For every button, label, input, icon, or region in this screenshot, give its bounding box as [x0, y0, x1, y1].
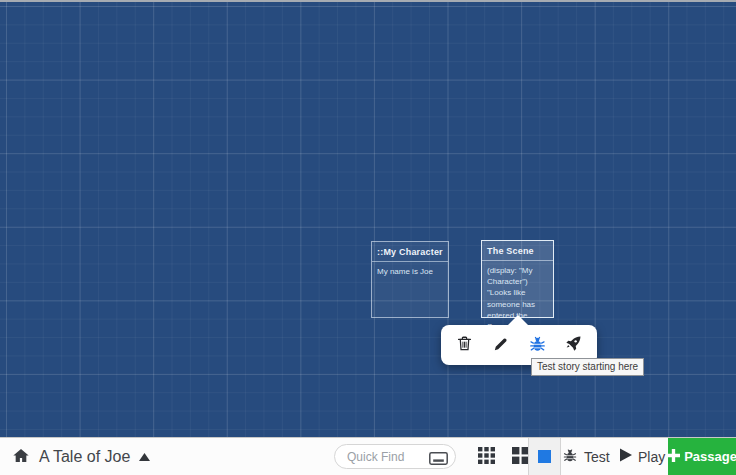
play-button[interactable]: Play: [620, 438, 665, 475]
edit-passage-button[interactable]: [488, 332, 514, 358]
delete-passage-button[interactable]: [451, 332, 477, 358]
bug-icon: [528, 334, 547, 356]
new-passage-label: Passage: [684, 449, 736, 464]
new-passage-button[interactable]: Passage: [668, 438, 736, 475]
story-canvas[interactable]: ::My Character My name is Joe The Scene …: [0, 0, 736, 437]
window-top-edge: [0, 0, 736, 2]
start-story-here-button[interactable]: [561, 332, 587, 358]
bug-icon: [562, 447, 578, 466]
passage-excerpt: My name is Joe: [372, 262, 448, 281]
rocket-icon: [564, 334, 583, 356]
story-menu-button[interactable]: A Tale of Joe: [12, 438, 150, 475]
trash-icon: [455, 334, 474, 356]
passage-card-the-scene[interactable]: The Scene (display: "My Character") "Loo…: [481, 240, 554, 318]
passage-title: The Scene: [482, 241, 553, 261]
square-icon: [538, 450, 551, 463]
play-icon: [620, 448, 632, 465]
pencil-icon: [492, 335, 510, 356]
caret-up-icon: [139, 449, 150, 464]
twine-story-map: ::My Character My name is Joe The Scene …: [0, 0, 736, 475]
test-button[interactable]: Test: [562, 438, 610, 475]
test-from-here-button[interactable]: [524, 332, 550, 358]
passage-title: ::My Character: [372, 242, 448, 262]
zoom-full-button[interactable]: [528, 438, 561, 475]
bottom-toolbar: A Tale of Joe: [0, 437, 736, 475]
test-label: Test: [584, 449, 610, 465]
story-title: A Tale of Joe: [39, 448, 130, 466]
home-icon: [12, 447, 30, 467]
grid-large-icon: [512, 447, 529, 467]
grid-small-icon: [478, 447, 495, 467]
passage-card-my-character[interactable]: ::My Character My name is Joe: [371, 241, 449, 318]
tooltip: Test story starting here: [531, 358, 644, 376]
plus-icon: [667, 449, 680, 465]
zoom-grid-small-button[interactable]: [475, 446, 497, 468]
quick-find-input[interactable]: [334, 444, 456, 469]
play-label: Play: [638, 449, 665, 465]
